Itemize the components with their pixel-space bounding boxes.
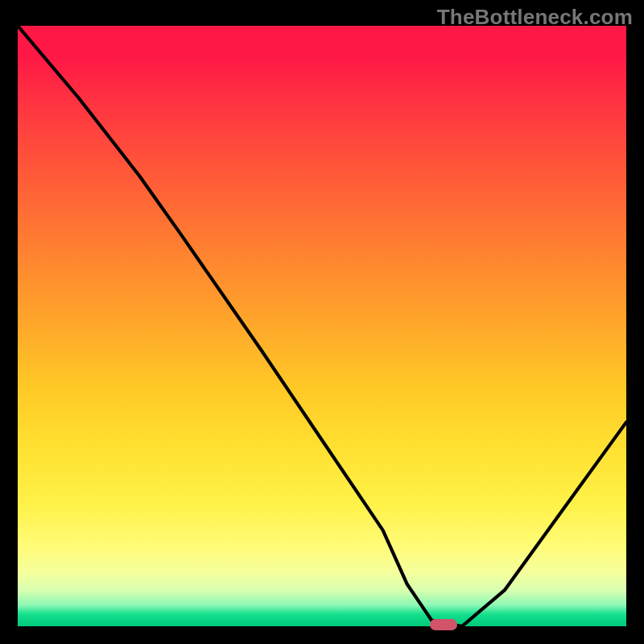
plot-area <box>18 26 626 626</box>
optimal-point-marker <box>430 619 457 630</box>
bottleneck-curve <box>18 26 626 626</box>
curve-path <box>18 26 626 626</box>
chart-frame: TheBottleneck.com <box>0 0 644 644</box>
